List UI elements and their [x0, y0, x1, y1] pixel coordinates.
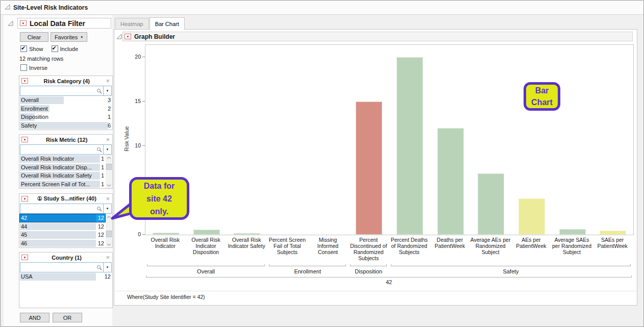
search-input[interactable]	[20, 88, 96, 94]
bar-8[interactable]	[478, 173, 504, 235]
row-label: Percent Screen Fail of Tot...	[21, 181, 90, 187]
filter-group-title: Risk Metric (12)	[30, 137, 104, 143]
filter-search-box: ▼	[20, 86, 112, 96]
row-label: Overall Risk Indicator	[21, 156, 75, 162]
close-icon[interactable]: ×	[105, 137, 110, 142]
bar-6[interactable]	[397, 57, 423, 235]
chevron-down-icon: ▼	[80, 36, 83, 39]
list-item[interactable]: Overall Risk Indicator Disp...1	[19, 163, 106, 172]
bar-chart-tab-panel: ▼ Graph Builder Risk Value 05101520Overa…	[114, 29, 637, 306]
filter-list: Overall3Enrollment2Disposition1Safety6	[19, 96, 112, 130]
list-item[interactable]: Disposition1	[19, 113, 112, 121]
y-tick-mark	[142, 101, 145, 102]
y-tick-label: 10	[125, 142, 141, 148]
search-input[interactable]	[20, 146, 96, 153]
bar-2[interactable]	[234, 233, 260, 235]
graph-builder-header: ▼ Graph Builder	[122, 32, 633, 41]
tab-heatmap[interactable]: Heatmap	[115, 18, 149, 29]
where-clause-text: Where(Study Site Identifier = 42)	[127, 294, 205, 300]
row-count: 2	[108, 106, 111, 112]
y-tick-mark	[142, 145, 145, 146]
bar-11[interactable]	[600, 231, 626, 235]
y-tick-label: 15	[125, 98, 141, 104]
scroll-thumb[interactable]	[106, 231, 112, 237]
list-item[interactable]: Safety6	[19, 121, 112, 130]
bar-10[interactable]	[559, 229, 586, 235]
red-menu-icon[interactable]: ▼	[20, 20, 27, 26]
tab-bar-chart[interactable]: Bar Chart	[150, 17, 185, 30]
search-input[interactable]	[20, 206, 96, 212]
row-distribution-bar	[20, 240, 96, 247]
bar-9[interactable]	[518, 198, 545, 235]
or-button[interactable]: OR	[53, 313, 82, 322]
red-menu-icon[interactable]: ▼	[125, 34, 131, 39]
red-menu-icon[interactable]: ▼	[21, 196, 28, 202]
red-menu-icon[interactable]: ▼	[21, 137, 28, 142]
red-menu-icon[interactable]: ▼	[21, 255, 28, 260]
list-item[interactable]: 4512	[19, 231, 106, 239]
favorites-button[interactable]: Favorites ▼	[51, 32, 87, 42]
inverse-checkbox[interactable]	[20, 64, 27, 71]
list-item[interactable]: Percent Screen Fail of Tot...1	[19, 180, 106, 189]
search-icon	[96, 265, 103, 270]
include-checkbox[interactable]	[52, 45, 58, 52]
chart-plot-area[interactable]	[145, 44, 634, 235]
bar-chart-callout: BarChart	[524, 82, 560, 111]
row-count: 12	[98, 223, 104, 230]
red-menu-icon[interactable]: ▼	[21, 78, 28, 84]
page-title: Site-Level Risk Indicators	[13, 4, 88, 11]
group-axis-label: Safety	[391, 268, 631, 274]
bar-1[interactable]	[193, 230, 220, 235]
list-item[interactable]: Overall Risk Indicator Safety1	[19, 171, 106, 180]
filter-group-title: Risk Category (4)	[30, 78, 104, 84]
chevron-down-icon[interactable]: ▼	[103, 86, 111, 95]
list-item[interactable]: 4412	[19, 222, 106, 231]
clear-button[interactable]: Clear	[20, 32, 48, 42]
y-axis-label: Risk Value	[123, 113, 130, 164]
list-item[interactable]: USA12	[19, 272, 112, 281]
search-icon	[96, 206, 103, 212]
group-axis-label: Disposition	[350, 268, 387, 274]
chevron-down-icon[interactable]: ▼	[103, 263, 111, 272]
x-tick-label: Average SAEsper RandomizedSubject	[550, 237, 595, 255]
filter-group-4: ▼Country (1)×▼USA12	[19, 252, 113, 308]
matching-rows-text: 12 matching rows	[19, 56, 63, 62]
graph-builder-title: Graph Builder	[134, 33, 175, 40]
close-icon[interactable]: ×	[105, 79, 110, 84]
and-button[interactable]: AND	[20, 313, 49, 322]
scroll-thumb[interactable]	[106, 164, 112, 170]
row-count: 1	[101, 164, 104, 170]
bar-0[interactable]	[153, 233, 179, 235]
scrollbar[interactable]	[106, 155, 112, 188]
filter-group-2: ▼Risk Metric (12)×▼Overall Risk Indicato…	[19, 134, 113, 189]
row-label: 42	[21, 215, 27, 221]
list-item[interactable]: 4212	[19, 214, 106, 222]
group-axis-bracket	[147, 264, 265, 266]
show-checkbox[interactable]	[20, 45, 27, 52]
site-axis-bracket	[146, 275, 632, 278]
row-count: 12	[98, 232, 104, 238]
bar-5[interactable]	[356, 102, 382, 235]
list-item[interactable]: 4612	[19, 239, 106, 248]
list-item[interactable]: Overall Risk Indicator1	[19, 155, 106, 163]
disclosure-triangle-icon[interactable]	[116, 34, 122, 40]
scroll-down-icon[interactable]	[106, 242, 112, 247]
row-label: USA	[21, 273, 33, 280]
filter-group-1: ▼Risk Category (4)×▼Overall3Enrollment2D…	[19, 76, 113, 130]
scroll-down-icon[interactable]	[106, 183, 112, 188]
chevron-down-icon[interactable]: ▼	[103, 145, 111, 154]
local-data-filter-panel: ▼ Local Data Filter Clear Favorites ▼ Sh…	[4, 15, 112, 326]
list-item[interactable]: Overall3	[19, 96, 112, 105]
group-axis-bracket	[391, 264, 631, 266]
disclosure-triangle-icon[interactable]	[5, 4, 10, 11]
close-icon[interactable]: ×	[105, 255, 110, 260]
list-item[interactable]: Enrollment2	[19, 105, 112, 113]
filter-group-title: ① Study S...ntifier (40)	[30, 195, 104, 202]
filter-list: 4212441245124612	[19, 214, 112, 247]
search-input[interactable]	[20, 264, 96, 270]
bar-7[interactable]	[437, 128, 464, 235]
disclosure-triangle-icon[interactable]	[8, 20, 13, 27]
filter-search-box: ▼	[20, 144, 112, 155]
scroll-up-icon[interactable]	[106, 155, 112, 160]
filter-group-3: ▼① Study S...ntifier (40)×▼4212441245124…	[19, 193, 113, 248]
